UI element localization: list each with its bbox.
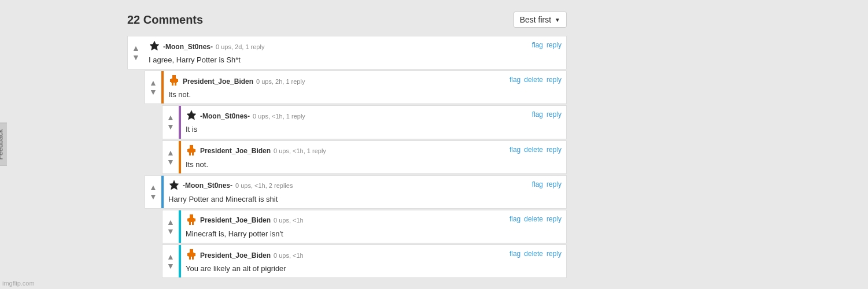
downvote-button[interactable]: ▼ — [167, 261, 175, 271]
svg-rect-4 — [170, 79, 172, 82]
comment-item: ▲▼ -Moon_St0nes-0 ups, <1h, 2 repliesHar… — [145, 175, 567, 209]
comment-actions: flagdeletereply — [509, 71, 566, 103]
comment-text: Its not. — [186, 160, 505, 170]
comment-content: President_Joe_Biden0 ups, <1hMinecraft i… — [181, 210, 509, 243]
downvote-button[interactable]: ▼ — [167, 122, 175, 131]
comment-meta: President_Joe_Biden0 ups, <1h — [186, 214, 505, 227]
svg-rect-26 — [189, 253, 194, 257]
reply-link[interactable]: reply — [546, 215, 562, 223]
svg-rect-12 — [187, 149, 189, 152]
comments-title: 22 Comments — [127, 13, 203, 27]
username: President_Joe_Biden — [200, 216, 271, 224]
flag-link[interactable]: flag — [509, 215, 520, 223]
svg-rect-22 — [189, 222, 191, 225]
comments-header: 22 Comments Best first ▼ — [127, 12, 567, 28]
svg-rect-14 — [189, 153, 191, 155]
comment-item: ▲▼ -Moon_St0nes-0 ups, <1h, 1 replyIt is… — [162, 105, 567, 139]
comment-item: ▲▼ President_Joe_Biden0 ups, <1hMinecraf… — [162, 210, 567, 243]
reply-link[interactable]: reply — [546, 41, 562, 49]
username: President_Joe_Biden — [200, 251, 271, 260]
flag-link[interactable]: flag — [509, 146, 520, 154]
svg-rect-15 — [192, 153, 194, 155]
delete-link[interactable]: delete — [524, 76, 543, 84]
delete-link[interactable]: delete — [524, 146, 543, 154]
reply-link[interactable]: reply — [546, 250, 562, 258]
comment-meta: -Moon_St0nes-0 ups, <1h, 2 replies — [168, 179, 527, 192]
comment-text: Minecraft is, Harry potter isn't — [186, 229, 505, 239]
downvote-button[interactable]: ▼ — [149, 192, 157, 201]
comment-content: President_Joe_Biden0 ups, <1hYou are lik… — [181, 245, 509, 277]
svg-rect-29 — [189, 257, 191, 260]
flag-link[interactable]: flag — [532, 110, 543, 118]
flag-link[interactable]: flag — [532, 41, 543, 49]
comment-content: -Moon_St0nes-0 ups, <1h, 2 repliesHarry … — [164, 176, 532, 208]
comment-meta: President_Joe_Biden0 ups, <1h, 1 reply — [186, 144, 505, 158]
svg-rect-1 — [172, 75, 176, 79]
reply-link[interactable]: reply — [546, 146, 562, 154]
feedback-tab[interactable]: Feedback — [0, 123, 7, 166]
upvote-button[interactable]: ▲ — [149, 78, 157, 87]
reply-link[interactable]: reply — [546, 180, 562, 188]
vote-col: ▲▼ — [145, 176, 161, 208]
flag-link[interactable]: flag — [509, 250, 520, 258]
svg-marker-0 — [150, 41, 159, 50]
comment-actions: flagreply — [532, 36, 566, 69]
comment-text: You are likely an alt of pigrider — [186, 264, 505, 274]
downvote-button[interactable]: ▼ — [132, 53, 140, 62]
downvote-button[interactable]: ▼ — [167, 227, 175, 236]
comment-meta-info: 0 ups, <1h, 1 reply — [253, 113, 305, 120]
user-avatar — [168, 179, 180, 192]
svg-rect-27 — [187, 253, 189, 256]
chevron-down-icon: ▼ — [555, 17, 560, 23]
delete-link[interactable]: delete — [524, 215, 543, 223]
username: President_Joe_Biden — [200, 147, 271, 155]
comment-block: ▲▼ -Moon_St0nes-0 ups, <1h, 2 repliesHar… — [145, 175, 567, 209]
user-avatar — [186, 214, 197, 227]
comment-row: ▲▼ President_Joe_Biden0 ups, 2h, 1 reply… — [145, 71, 566, 103]
upvote-button[interactable]: ▲ — [167, 113, 175, 122]
upvote-button[interactable]: ▲ — [167, 217, 175, 227]
comment-text: Its not. — [168, 90, 505, 100]
svg-rect-6 — [172, 83, 173, 86]
comment-item: ▲▼ President_Joe_Biden0 ups, <1hYou are … — [162, 244, 567, 278]
comment-actions: flagdeletereply — [509, 210, 566, 243]
comment-row: ▲▼ President_Joe_Biden0 ups, <1hYou are … — [162, 245, 566, 277]
comment-meta-info: 0 ups, <1h — [274, 217, 304, 224]
comment-item: ▲▼ -Moon_St0nes-0 ups, 2d, 1 replyI agre… — [127, 36, 567, 69]
comments-list: ▲▼ -Moon_St0nes-0 ups, 2d, 1 replyI agre… — [127, 36, 567, 278]
upvote-button[interactable]: ▲ — [167, 148, 175, 157]
comment-meta-info: 0 ups, 2d, 1 reply — [216, 43, 264, 50]
delete-link[interactable]: delete — [524, 250, 543, 258]
flag-link[interactable]: flag — [532, 180, 543, 188]
comment-block: ▲▼ -Moon_St0nes-0 ups, <1h, 1 replyIt is… — [162, 105, 567, 139]
upvote-button[interactable]: ▲ — [132, 43, 140, 53]
username: President_Joe_Biden — [183, 77, 253, 86]
svg-rect-9 — [190, 145, 193, 149]
flag-link[interactable]: flag — [509, 76, 520, 84]
upvote-button[interactable]: ▲ — [167, 252, 175, 261]
sort-label: Best first — [520, 15, 551, 24]
downvote-button[interactable]: ▼ — [167, 157, 175, 166]
user-avatar — [186, 249, 197, 262]
svg-rect-5 — [176, 79, 178, 82]
comment-block: ▲▼ President_Joe_Biden0 ups, <1hMinecraf… — [162, 210, 567, 243]
comment-meta: -Moon_St0nes-0 ups, 2d, 1 reply — [149, 40, 527, 53]
svg-rect-20 — [187, 218, 189, 221]
upvote-button[interactable]: ▲ — [149, 183, 157, 192]
sort-dropdown[interactable]: Best first ▼ — [514, 12, 567, 28]
downvote-button[interactable]: ▼ — [149, 87, 157, 97]
reply-link[interactable]: reply — [546, 110, 562, 118]
vote-col: ▲▼ — [162, 210, 179, 243]
user-avatar — [186, 144, 197, 158]
vote-col: ▲▼ — [162, 141, 179, 173]
comment-meta: -Moon_St0nes-0 ups, <1h, 1 reply — [186, 109, 527, 123]
comment-row: ▲▼ President_Joe_Biden0 ups, <1h, 1 repl… — [162, 141, 566, 173]
comment-meta-info: 0 ups, 2h, 1 reply — [256, 78, 305, 85]
comment-block: ▲▼ President_Joe_Biden0 ups, <1hYou are … — [162, 244, 567, 278]
comment-block: ▲▼ President_Joe_Biden0 ups, 2h, 1 reply… — [145, 71, 567, 104]
comment-actions: flagreply — [532, 176, 566, 208]
reply-link[interactable]: reply — [546, 76, 562, 84]
username: -Moon_St0nes- — [183, 181, 232, 190]
vote-col: ▲▼ — [145, 71, 161, 103]
comment-text: I agree, Harry Potter is Sh*t — [149, 55, 527, 65]
